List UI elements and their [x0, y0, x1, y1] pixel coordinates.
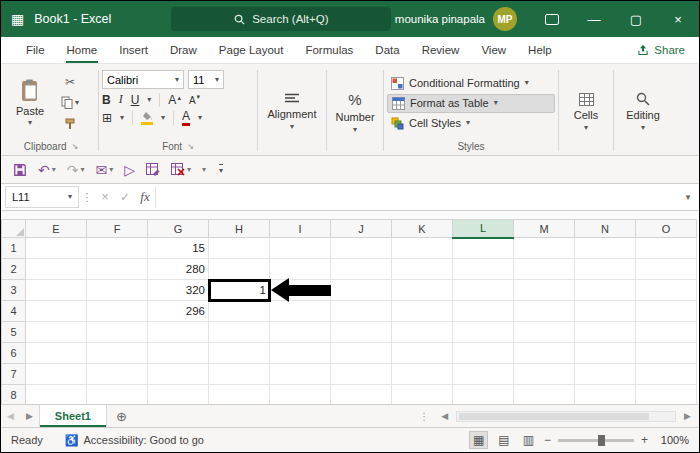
- menu-tab-file[interactable]: File: [15, 37, 56, 63]
- cell-K4[interactable]: [392, 301, 453, 322]
- cell-E8[interactable]: [26, 385, 87, 405]
- row-header-6[interactable]: 6: [2, 343, 26, 364]
- cell-L8[interactable]: [453, 385, 514, 405]
- cells-group-button[interactable]: Cells ▾: [562, 69, 610, 155]
- cell-F8[interactable]: [87, 385, 148, 405]
- cell-F5[interactable]: [87, 322, 148, 343]
- page-layout-view-button[interactable]: ▤: [495, 432, 512, 448]
- menu-tab-draw[interactable]: Draw: [159, 37, 208, 63]
- select-all-button[interactable]: [2, 220, 26, 238]
- menu-tab-help[interactable]: Help: [517, 37, 563, 63]
- fill-color-dropdown-icon[interactable]: ▾: [161, 114, 165, 122]
- cell-G8[interactable]: [148, 385, 209, 405]
- cell-E6[interactable]: [26, 343, 87, 364]
- cell-G7[interactable]: [148, 364, 209, 385]
- cell-J7[interactable]: [331, 364, 392, 385]
- cancel-icon[interactable]: ×: [95, 184, 115, 210]
- cell-K5[interactable]: [392, 322, 453, 343]
- cell-J8[interactable]: [331, 385, 392, 405]
- email-button[interactable]: ✉▾: [92, 156, 118, 183]
- fill-color-button[interactable]: [141, 111, 153, 125]
- cell-G2[interactable]: 280: [148, 259, 209, 280]
- cell-M1[interactable]: [514, 238, 575, 259]
- user-name[interactable]: mounika pinapala: [395, 13, 485, 25]
- menu-tab-view[interactable]: View: [470, 37, 517, 63]
- cell-I8[interactable]: [270, 385, 331, 405]
- cell-K8[interactable]: [392, 385, 453, 405]
- cell-K2[interactable]: [392, 259, 453, 280]
- cell-H6[interactable]: [209, 343, 270, 364]
- italic-button[interactable]: I: [119, 92, 123, 107]
- zoom-in-button[interactable]: +: [641, 433, 648, 447]
- row-header-8[interactable]: 8: [2, 385, 26, 405]
- row-header-5[interactable]: 5: [2, 322, 26, 343]
- alignment-group-button[interactable]: Alignment ▾: [261, 69, 323, 155]
- cell-L1[interactable]: [453, 238, 514, 259]
- column-header-N[interactable]: N: [575, 220, 636, 238]
- cell-K1[interactable]: [392, 238, 453, 259]
- column-header-G[interactable]: G: [148, 220, 209, 238]
- cell-N5[interactable]: [575, 322, 636, 343]
- cell-L2[interactable]: [453, 259, 514, 280]
- row-header-2[interactable]: 2: [2, 259, 26, 280]
- cell-M8[interactable]: [514, 385, 575, 405]
- column-header-L[interactable]: L: [453, 220, 514, 238]
- page-break-view-button[interactable]: ▥: [520, 432, 537, 448]
- cell-H5[interactable]: [209, 322, 270, 343]
- cell-E5[interactable]: [26, 322, 87, 343]
- copy-button[interactable]: ▾: [61, 94, 79, 111]
- excel-app-icon[interactable]: ▦: [11, 12, 24, 26]
- cell-J3[interactable]: [331, 280, 392, 301]
- cell-K6[interactable]: [392, 343, 453, 364]
- cell-N4[interactable]: [575, 301, 636, 322]
- cell-K7[interactable]: [392, 364, 453, 385]
- cell-G4[interactable]: 296: [148, 301, 209, 322]
- bold-button[interactable]: B: [102, 93, 111, 107]
- cell-H2[interactable]: [209, 259, 270, 280]
- accessibility-status[interactable]: ♿ Accessibility: Good to go: [65, 434, 204, 447]
- column-header-K[interactable]: K: [392, 220, 453, 238]
- menu-tab-insert[interactable]: Insert: [108, 37, 159, 63]
- cell-I2[interactable]: [270, 259, 331, 280]
- column-header-F[interactable]: F: [87, 220, 148, 238]
- paste-dropdown-icon[interactable]: ▾: [28, 119, 32, 127]
- font-color-dropdown-icon[interactable]: ▾: [198, 114, 202, 122]
- customize-qat-icon[interactable]: ▾: [219, 164, 223, 175]
- column-header-J[interactable]: J: [331, 220, 392, 238]
- new-sheet-button[interactable]: ⊕: [107, 409, 136, 424]
- font-color-button[interactable]: A: [182, 110, 190, 126]
- cell-L4[interactable]: [453, 301, 514, 322]
- cell-G5[interactable]: [148, 322, 209, 343]
- cell-G6[interactable]: [148, 343, 209, 364]
- row-header-7[interactable]: 7: [2, 364, 26, 385]
- cell-O8[interactable]: [636, 385, 697, 405]
- minimize-button[interactable]: —: [573, 1, 615, 37]
- cell-F6[interactable]: [87, 343, 148, 364]
- cell-N3[interactable]: [575, 280, 636, 301]
- zoom-out-button[interactable]: −: [544, 433, 551, 447]
- cell-E2[interactable]: [26, 259, 87, 280]
- cell-N8[interactable]: [575, 385, 636, 405]
- normal-view-button[interactable]: ▦: [469, 431, 488, 449]
- insert-function-icon[interactable]: fx: [135, 184, 155, 210]
- sheetbar-resize-handle[interactable]: ⋮: [419, 411, 429, 422]
- cell-N1[interactable]: [575, 238, 636, 259]
- cell-M5[interactable]: [514, 322, 575, 343]
- sheet-nav-left-icon[interactable]: ◀: [1, 411, 20, 421]
- cell-M7[interactable]: [514, 364, 575, 385]
- enter-icon[interactable]: ✓: [115, 184, 135, 210]
- name-box[interactable]: L11 ▾: [5, 186, 79, 208]
- cell-O4[interactable]: [636, 301, 697, 322]
- cell-H1[interactable]: [209, 238, 270, 259]
- cell-F7[interactable]: [87, 364, 148, 385]
- cell-O3[interactable]: [636, 280, 697, 301]
- cell-J5[interactable]: [331, 322, 392, 343]
- horizontal-scrollbar[interactable]: [456, 411, 676, 422]
- cell-M2[interactable]: [514, 259, 575, 280]
- cell-O1[interactable]: [636, 238, 697, 259]
- borders-button[interactable]: ⊞: [102, 111, 112, 125]
- font-size-select[interactable]: 11 ▾: [188, 70, 224, 89]
- hscroll-left-icon[interactable]: ◀: [435, 411, 454, 421]
- cell-I5[interactable]: [270, 322, 331, 343]
- menu-tab-home[interactable]: Home: [56, 37, 109, 63]
